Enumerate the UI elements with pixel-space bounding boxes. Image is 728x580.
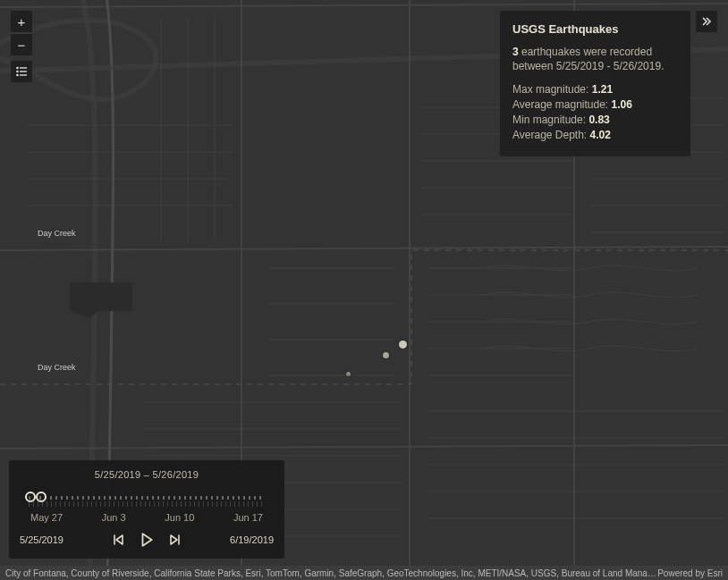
svg-point-5: [16, 74, 19, 77]
attribution-bar: City of Fontana, County of Riverside, Ca…: [0, 566, 728, 580]
stat-min-magnitude: Min magnitude: 0.83: [512, 113, 678, 127]
time-slider-track[interactable]: [29, 489, 265, 509]
chevrons-right-icon: [701, 16, 712, 27]
svg-point-1: [16, 67, 19, 70]
time-slider-thumb-start[interactable]: [25, 492, 36, 502]
zoom-in-button[interactable]: +: [11, 11, 32, 32]
time-tick-labels: May 27 Jun 3 Jun 10 Jun 17: [30, 512, 263, 523]
attribution-sources: City of Fontana, County of Riverside, Ca…: [5, 568, 657, 578]
svg-marker-0: [70, 282, 132, 318]
play-icon: [139, 532, 155, 548]
stat-max-magnitude: Max magnitude: 1.21: [512, 82, 678, 97]
earthquake-marker[interactable]: [383, 352, 389, 358]
time-start-date: 5/25/2019: [20, 534, 63, 545]
legend-icon: [15, 65, 28, 78]
legend-button[interactable]: [11, 61, 32, 82]
step-forward-icon: [169, 534, 182, 546]
panel-summary: 3 earthquakes were recorded between 5/25…: [512, 45, 678, 73]
panel-title: USGS Earthquakes: [512, 21, 678, 38]
powered-by[interactable]: Powered by Esri: [657, 568, 723, 578]
time-end-date: 6/19/2019: [230, 534, 274, 545]
play-button[interactable]: [139, 532, 155, 548]
step-back-button[interactable]: [110, 532, 126, 548]
step-forward-button[interactable]: [167, 532, 183, 548]
time-range-label: 5/25/2019 – 5/26/2019: [20, 469, 274, 480]
time-slider-thumb-end[interactable]: [36, 492, 47, 502]
zoom-out-button[interactable]: −: [11, 34, 32, 55]
info-panel: USGS Earthquakes 3 earthquakes were reco…: [500, 11, 690, 156]
step-back-icon: [112, 534, 124, 546]
earthquake-marker[interactable]: [399, 340, 407, 349]
creek-label-2: Day Creek: [38, 363, 76, 372]
creek-label-1: Day Creek: [38, 229, 76, 238]
earthquake-marker[interactable]: [346, 372, 351, 376]
svg-point-3: [16, 71, 19, 73]
collapse-panel-button[interactable]: [696, 11, 717, 32]
stat-avg-magnitude: Average magnitude: 1.06: [512, 97, 678, 112]
stat-avg-depth: Average Depth: 4.02: [512, 128, 678, 142]
time-slider: 5/25/2019 – 5/26/2019 May 27 Jun 3 Jun 1…: [9, 460, 284, 559]
